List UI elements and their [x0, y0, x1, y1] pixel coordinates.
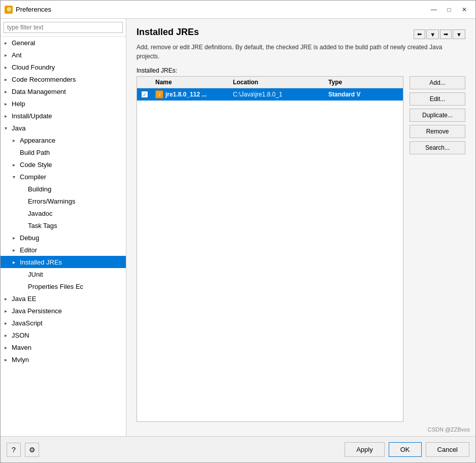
sidebar-item-label-ant: Ant — [12, 51, 22, 59]
sidebar-item-code-recommenders[interactable]: ▸Code Recommenders — [1, 73, 126, 85]
sidebar-item-data-management[interactable]: ▸Data Management — [1, 85, 126, 97]
sidebar-tree: ▸General▸Ant▸Cloud Foundry▸Code Recommen… — [1, 37, 126, 436]
sidebar-item-label-javadoc: Javadoc — [28, 210, 52, 217]
sidebar-item-junit[interactable]: JUnit — [1, 268, 126, 280]
jre-table: Name Location Type ✓Jjre1.8.0_112 ...C:\… — [137, 76, 403, 422]
nav-forward-button[interactable]: ➡ — [440, 29, 452, 39]
title-bar-left: ⚙ Preferences — [5, 6, 51, 14]
sidebar-item-errors-warnings[interactable]: Errors/Warnings — [1, 195, 126, 207]
tree-arrow-help: ▸ — [5, 101, 10, 107]
tree-arrow-java-ee: ▸ — [5, 296, 10, 302]
sidebar-item-label-building: Building — [28, 185, 51, 193]
sidebar-item-label-java: Java — [12, 124, 25, 132]
col-type: Type — [325, 77, 403, 88]
content-area: ▸General▸Ant▸Cloud Foundry▸Code Recommen… — [1, 19, 475, 436]
cancel-button[interactable]: Cancel — [426, 442, 469, 457]
page-title: Installed JREs — [137, 27, 199, 38]
sidebar-item-properties-files[interactable]: Properties Files Ec — [1, 280, 126, 292]
title-bar: ⚙ Preferences — □ ✕ — [1, 1, 475, 19]
bottom-left: ? ⚙ — [7, 443, 39, 457]
tree-arrow-maven: ▸ — [5, 345, 10, 350]
sidebar-item-label-help: Help — [12, 100, 25, 108]
tree-arrow-debug: ▸ — [13, 235, 18, 241]
sidebar-item-editor[interactable]: ▸Editor — [1, 244, 126, 256]
search-input[interactable] — [4, 22, 123, 33]
settings-icon: ⚙ — [29, 446, 36, 454]
sidebar-item-install-update[interactable]: ▸Install/Update — [1, 110, 126, 122]
close-button[interactable]: ✕ — [457, 4, 471, 16]
main-panel: Installed JREs ⬅ ▼ ➡ ▼ Add, remove or ed… — [126, 19, 475, 436]
sidebar-item-label-json: JSON — [12, 332, 29, 339]
sidebar-item-mvlyn[interactable]: ▸Mvlyn — [1, 353, 126, 366]
sidebar-item-label-installed-jres: Installed JREs — [20, 258, 62, 266]
jre-area: Name Location Type ✓Jjre1.8.0_112 ...C:\… — [137, 76, 465, 424]
table-body: ✓Jjre1.8.0_112 ...C:\Java\jre1.8.0_1Stan… — [137, 88, 403, 421]
sidebar-item-json[interactable]: ▸JSON — [1, 329, 126, 341]
sidebar-item-help[interactable]: ▸Help — [1, 97, 126, 110]
jre-table-section: Name Location Type ✓Jjre1.8.0_112 ...C:\… — [137, 76, 403, 424]
sidebar-item-java-ee[interactable]: ▸Java EE — [1, 292, 126, 305]
tree-arrow-code-style: ▸ — [13, 162, 18, 168]
sidebar-item-label-general: General — [12, 39, 35, 47]
duplicate-button[interactable]: Duplicate... — [410, 109, 465, 122]
nav-forward-dropdown-button[interactable]: ▼ — [453, 29, 465, 39]
sidebar-item-appearance[interactable]: ▸Appearance — [1, 134, 126, 146]
col-check — [137, 77, 152, 88]
search-button[interactable]: Search... — [410, 141, 465, 154]
row-name: Jjre1.8.0_112 ... — [152, 88, 230, 101]
window-controls: — □ ✕ — [427, 4, 471, 16]
jre-file-icon: J — [155, 90, 163, 98]
sidebar-item-label-code-recommenders: Code Recommenders — [12, 76, 76, 83]
sidebar-item-ant[interactable]: ▸Ant — [1, 49, 126, 61]
search-box — [1, 19, 126, 37]
table-row[interactable]: ✓Jjre1.8.0_112 ...C:\Java\jre1.8.0_1Stan… — [137, 88, 403, 101]
remove-button[interactable]: Remove — [410, 125, 465, 138]
sidebar-item-maven[interactable]: ▸Maven — [1, 341, 126, 353]
sidebar-item-javadoc[interactable]: Javadoc — [1, 207, 126, 219]
tree-arrow-installed-jres: ▸ — [13, 259, 18, 265]
tree-arrow-ant: ▸ — [5, 52, 10, 58]
sidebar-item-compiler[interactable]: ▾Compiler — [1, 171, 126, 183]
sidebar-item-label-appearance: Appearance — [20, 137, 55, 144]
col-name: Name — [152, 77, 230, 88]
sidebar-item-label-junit: JUnit — [28, 271, 43, 278]
preferences-dialog: ⚙ Preferences — □ ✕ ▸General▸Ant▸Cloud F… — [0, 0, 476, 463]
sidebar-item-label-task-tags: Task Tags — [28, 222, 57, 229]
sidebar-item-installed-jres[interactable]: ▸Installed JREs — [1, 256, 126, 268]
settings-button[interactable]: ⚙ — [25, 443, 39, 457]
sidebar-item-build-path[interactable]: Build Path — [1, 146, 126, 158]
sidebar-item-general[interactable]: ▸General — [1, 37, 126, 49]
sidebar-item-java[interactable]: ▾Java — [1, 122, 126, 134]
sidebar-item-label-errors-warnings: Errors/Warnings — [28, 197, 75, 205]
checkbox-icon[interactable]: ✓ — [141, 91, 148, 98]
add-button[interactable]: Add... — [410, 76, 465, 89]
watermark: CSDN @ZZBvos — [428, 426, 470, 433]
tree-arrow-code-recommenders: ▸ — [5, 77, 10, 82]
nav-dropdown-button[interactable]: ▼ — [426, 29, 439, 39]
minimize-button[interactable]: — — [427, 4, 441, 16]
apply-button[interactable]: Apply — [345, 442, 385, 457]
sidebar-item-debug[interactable]: ▸Debug — [1, 232, 126, 244]
sidebar: ▸General▸Ant▸Cloud Foundry▸Code Recommen… — [1, 19, 126, 436]
sidebar-item-javascript[interactable]: ▸JavaScript — [1, 317, 126, 329]
edit-button[interactable]: Edit... — [410, 92, 465, 106]
sidebar-item-label-debug: Debug — [20, 234, 39, 242]
sidebar-item-cloud-foundry[interactable]: ▸Cloud Foundry — [1, 61, 126, 73]
tree-arrow-javascript: ▸ — [5, 320, 10, 326]
tree-arrow-appearance: ▸ — [13, 138, 18, 143]
action-buttons: Add... Edit... Duplicate... Remove Searc… — [410, 76, 465, 424]
row-type: Standard V — [325, 89, 403, 100]
help-button[interactable]: ? — [7, 443, 21, 457]
sidebar-item-task-tags[interactable]: Task Tags — [1, 219, 126, 232]
ok-button[interactable]: OK — [389, 442, 422, 457]
nav-back-button[interactable]: ⬅ — [414, 29, 425, 39]
tree-arrow-json: ▸ — [5, 333, 10, 338]
sidebar-item-java-persistence[interactable]: ▸Java Persistence — [1, 305, 126, 317]
sidebar-item-code-style[interactable]: ▸Code Style — [1, 158, 126, 171]
maximize-button[interactable]: □ — [442, 4, 456, 16]
sidebar-item-label-code-style: Code Style — [20, 161, 52, 169]
tree-arrow-install-update: ▸ — [5, 113, 10, 119]
tree-arrow-mvlyn: ▸ — [5, 357, 10, 362]
sidebar-item-building[interactable]: Building — [1, 183, 126, 195]
tree-arrow-java: ▾ — [5, 125, 10, 131]
